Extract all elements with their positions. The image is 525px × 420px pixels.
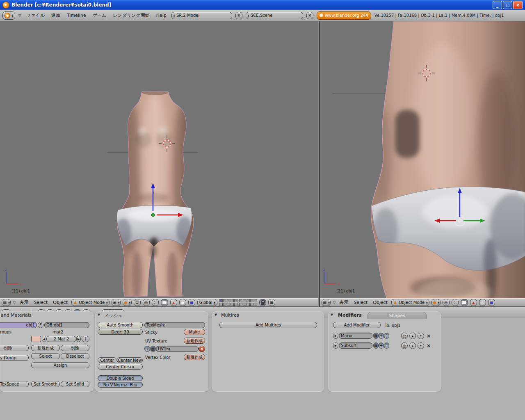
- menu-help[interactable]: Help: [155, 13, 168, 18]
- maximize-button[interactable]: □: [503, 1, 512, 9]
- proportional-edit-button[interactable]: Ω: [134, 299, 141, 306]
- material-new-button[interactable]: 新規作成: [31, 345, 60, 351]
- modifier-editmode-toggle[interactable]: ◌: [384, 333, 389, 339]
- layer-toggle[interactable]: [254, 299, 257, 302]
- header-collapse-icon[interactable]: ▽: [13, 301, 16, 305]
- autotexspace-button[interactable]: oTexSpace: [0, 381, 29, 387]
- material-question-button[interactable]: ?: [82, 336, 89, 342]
- auto-smooth-toggle[interactable]: Auto Smooth: [98, 322, 143, 328]
- modifier-move-down-button[interactable]: ▾: [418, 333, 424, 339]
- scale-manipulator-button[interactable]: ■: [188, 299, 195, 306]
- panel-title[interactable]: and Materials: [1, 313, 32, 318]
- render-preview-button[interactable]: ∷: [152, 299, 159, 306]
- menu-view[interactable]: 表示: [18, 299, 30, 306]
- minimize-button[interactable]: _: [493, 1, 502, 9]
- material-next-button[interactable]: ▶: [76, 336, 81, 342]
- set-smooth-button[interactable]: Set Smooth: [31, 381, 60, 387]
- set-solid-button[interactable]: Set Solid: [61, 381, 89, 387]
- modifier-delete-button[interactable]: ×: [427, 343, 431, 349]
- layer-toggle[interactable]: [239, 299, 242, 302]
- material-index-field[interactable]: 2 Mat 2: [46, 336, 76, 342]
- panel-title[interactable]: メッシュ: [104, 313, 123, 319]
- mode-selector[interactable]: ♟ Object Mode ▴▾: [391, 299, 429, 306]
- viewport-divider[interactable]: [318, 21, 320, 307]
- uv-texture-new-button[interactable]: 新規作成: [184, 338, 205, 344]
- texmesh-field[interactable]: TexMesh:: [144, 322, 205, 328]
- modifier-name-field[interactable]: Subsurf: [339, 342, 372, 349]
- material-delete-button[interactable]: 削除: [61, 345, 89, 351]
- viewport-left-canvas[interactable]: x z (21) obj1: [0, 21, 318, 298]
- layer-toggle[interactable]: [254, 303, 257, 306]
- layer-toggle[interactable]: [247, 303, 250, 306]
- modifier-name-field[interactable]: Mirror: [339, 333, 372, 339]
- center-cursor-button[interactable]: Center Cursor: [98, 364, 143, 370]
- pivot-selector[interactable]: ● ▴▾: [431, 299, 441, 306]
- tab-shapes[interactable]: Shapes: [368, 312, 427, 319]
- window-titlebar[interactable]: Blender [c:¥Renderer¥sotai0.blend] _ □ ×: [0, 0, 525, 10]
- copy-group-button[interactable]: y Group: [0, 355, 29, 361]
- menu-view[interactable]: 表示: [338, 299, 350, 306]
- orientation-selector[interactable]: Global ▴▾: [197, 299, 217, 306]
- layer-toggle[interactable]: [231, 303, 234, 306]
- layer-toggle[interactable]: [223, 303, 226, 306]
- modifier-move-up-button[interactable]: ▴: [409, 342, 416, 349]
- layer-toggle[interactable]: [231, 299, 234, 302]
- no-vnormal-flip-toggle[interactable]: No V.Normal Flip: [98, 382, 143, 388]
- layer-toggle[interactable]: [227, 303, 230, 306]
- material-assign-button[interactable]: Assign: [31, 362, 89, 368]
- degr-slider[interactable]: Degr: 30: [98, 329, 143, 335]
- modifier-realtime-toggle[interactable]: +: [379, 342, 384, 349]
- material-prev-button[interactable]: ◀: [42, 336, 46, 342]
- uvtex-delete-button[interactable]: ×: [199, 346, 205, 352]
- center-new-button[interactable]: Center New: [117, 357, 143, 363]
- screen-selector[interactable]: ▴▾ SR:2-Model: [171, 12, 232, 19]
- scene-selector[interactable]: ▴▾ SCE:Scene: [246, 12, 303, 19]
- layer-toggle[interactable]: [243, 303, 246, 306]
- viewport-right[interactable]: x z (21) obj1: [320, 21, 525, 298]
- scale-manipulator-button[interactable]: ■: [488, 299, 495, 306]
- menu-game[interactable]: ゲーム: [91, 12, 108, 18]
- translate-manipulator-button[interactable]: ▲: [470, 299, 477, 306]
- menu-timeline[interactable]: Timeline: [65, 13, 88, 18]
- viewport-left[interactable]: x z (21) obj1: [0, 21, 318, 298]
- modifier-render-toggle[interactable]: ▦: [373, 333, 379, 339]
- blender-version-button[interactable]: www.blender.org 244: [317, 11, 371, 20]
- modifier-realtime-toggle[interactable]: +: [379, 333, 384, 339]
- vgroup-delete-button[interactable]: 削除: [0, 345, 29, 351]
- uvtex-name-field[interactable]: UVTex: [156, 346, 199, 352]
- sticky-make-button[interactable]: Make: [184, 329, 205, 335]
- mesh-datablock-field[interactable]: obj1: [0, 322, 37, 328]
- fake-user-button[interactable]: F: [38, 322, 43, 328]
- menu-select[interactable]: Select: [32, 300, 49, 305]
- layer-toggle[interactable]: [227, 299, 230, 302]
- object-name-field[interactable]: OB:obj1: [44, 322, 89, 328]
- menu-file[interactable]: ファイル: [25, 12, 46, 18]
- layer-toggle[interactable]: [250, 299, 253, 302]
- editor-type-selector[interactable]: ▴▾: [2, 11, 15, 20]
- snap-button[interactable]: ◎: [443, 299, 450, 306]
- material-select-button[interactable]: Select: [31, 353, 60, 359]
- menu-render[interactable]: レンダリング開始: [111, 12, 151, 18]
- modifier-move-down-button[interactable]: ▾: [418, 342, 424, 349]
- snap-button[interactable]: ◎: [143, 299, 150, 306]
- mode-selector[interactable]: ♟ Object Mode ▴▾: [71, 299, 110, 306]
- layer-toggle[interactable]: [234, 303, 237, 306]
- center-button[interactable]: Center: [98, 357, 116, 363]
- material-deselect-button[interactable]: Deselect: [61, 353, 89, 359]
- vertex-color-new-button[interactable]: 新規作成: [184, 354, 205, 360]
- modifier-expand-icon[interactable]: ▶: [333, 342, 338, 349]
- add-modifier-button[interactable]: Add Modifier: [333, 322, 381, 328]
- panel-collapse-icon[interactable]: ▼: [215, 313, 217, 317]
- layer-toggle[interactable]: [219, 303, 223, 306]
- draw-type-selector[interactable]: ◉ ▴▾: [112, 299, 121, 306]
- manipulator-toggle-button[interactable]: [161, 299, 168, 306]
- menu-select[interactable]: Select: [352, 300, 369, 305]
- render-preview-button[interactable]: ∷: [452, 299, 459, 306]
- manipulator-toggle-button[interactable]: [461, 299, 468, 306]
- layer-toggle[interactable]: [223, 299, 226, 302]
- translate-manipulator-button[interactable]: ▲: [170, 299, 177, 306]
- layer-toggle[interactable]: [247, 299, 250, 302]
- menu-object[interactable]: Object: [371, 300, 389, 305]
- modifier-move-up-button[interactable]: ▴: [409, 333, 416, 339]
- double-sided-toggle[interactable]: Double Sided: [98, 375, 143, 381]
